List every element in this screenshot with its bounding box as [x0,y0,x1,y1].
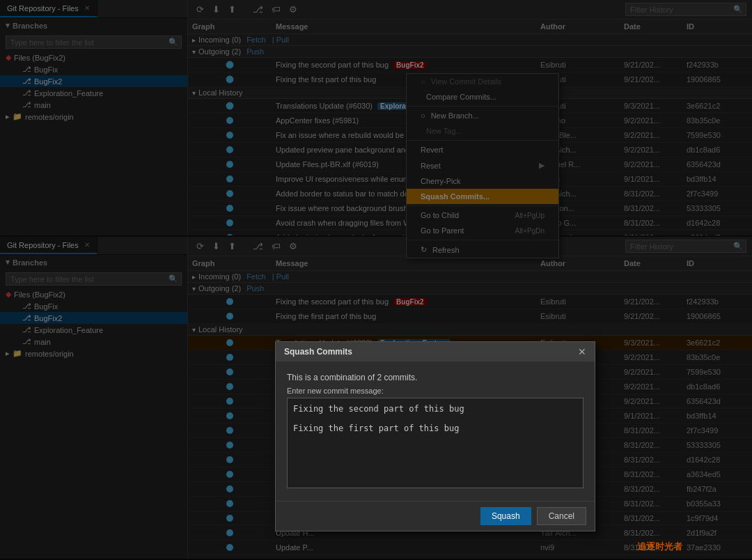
watermark: 追逐时光者 [637,540,682,553]
dialog-title-bar: Squash Commits ✕ [276,342,595,361]
squash-button[interactable]: Squash [480,507,531,525]
dialog-footer: Squash Cancel [276,501,595,531]
commit-message-textarea[interactable]: Fixing the second part of this bug Fixin… [287,398,583,488]
squash-dialog: Squash Commits ✕ This is a combination o… [275,341,595,531]
dialog-close-button[interactable]: ✕ [578,346,586,357]
dialog-body: This is a combination of 2 commits. Ente… [276,361,595,501]
dialog-label: Enter new commit message: [287,387,583,395]
dialog-info-text: This is a combination of 2 commits. [287,373,583,382]
cancel-button[interactable]: Cancel [537,507,586,525]
dialog-title: Squash Commits [284,347,352,357]
